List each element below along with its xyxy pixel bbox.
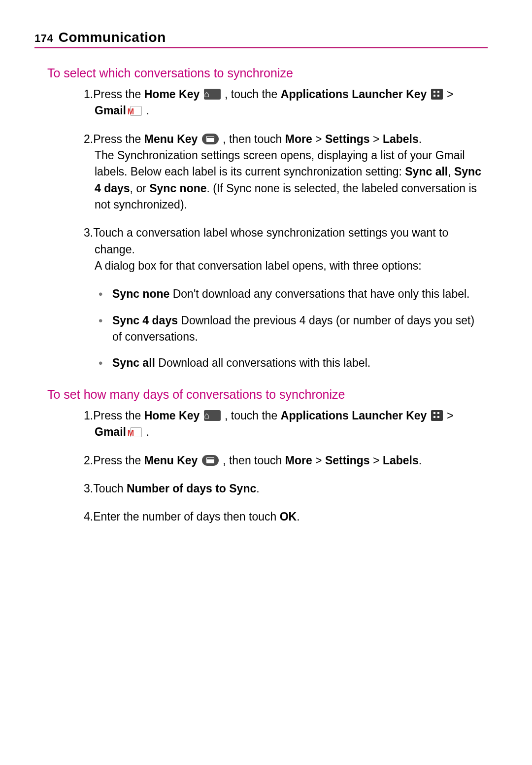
step-2: 2.Press the Menu Key , then touch More >… — [84, 131, 483, 213]
text: , touch the — [222, 409, 281, 422]
more-label: More — [285, 133, 312, 145]
steps-list-1: 1.Press the Home Key , touch the Applica… — [84, 86, 483, 274]
labels-label: Labels — [383, 454, 419, 467]
option-sync-all: Sync all Download all conversations with… — [99, 355, 483, 371]
dialog-description: A dialog box for that conversation label… — [95, 258, 422, 274]
text: , then touch — [220, 454, 285, 467]
page-number: 174 — [34, 32, 53, 44]
step-4b: 4.Enter the number of days then touch OK… — [84, 509, 483, 525]
step-2b: 2.Press the Menu Key , then touch More >… — [84, 452, 483, 469]
gmail-icon — [130, 427, 142, 437]
text: > — [370, 454, 383, 467]
settings-label: Settings — [325, 454, 370, 467]
option-label: Sync none — [112, 287, 169, 300]
num-days-label: Number of days to Sync — [127, 482, 256, 495]
text: > — [312, 454, 325, 467]
settings-label: Settings — [325, 133, 370, 145]
step-number: 1. — [84, 88, 93, 101]
gmail-label: Gmail — [95, 425, 126, 438]
menu-key-label: Menu Key — [144, 454, 198, 467]
ok-label: OK — [280, 510, 297, 523]
option-sync-4days: Sync 4 days Download the previous 4 days… — [99, 313, 483, 346]
text: . — [256, 482, 259, 495]
sync-description: The Synchronization settings screen open… — [95, 147, 483, 213]
apps-launcher-label: Applications Launcher Key — [281, 409, 427, 422]
text: > — [312, 133, 325, 145]
apps-launcher-icon — [431, 89, 443, 100]
menu-key-icon — [202, 455, 219, 466]
section-title-sync-select: To select which conversations to synchro… — [47, 66, 488, 80]
text: > — [444, 88, 454, 101]
menu-key-icon — [202, 134, 219, 144]
gmail-label: Gmail — [95, 104, 126, 117]
labels-label: Labels — [383, 133, 419, 145]
text: , touch the — [222, 88, 281, 101]
text: Press the — [93, 409, 144, 422]
text: . — [143, 425, 149, 438]
text: > — [370, 133, 383, 145]
text: Touch — [93, 482, 127, 495]
text: Enter the number of days then touch — [93, 510, 279, 523]
steps-list-2: 1.Press the Home Key , touch the Applica… — [84, 408, 483, 525]
page-header: 174 Communication — [34, 30, 488, 48]
sync-options-list: Sync none Don't download any conversatio… — [99, 286, 483, 371]
text: > — [444, 409, 454, 422]
text: . — [419, 133, 422, 145]
text: Press the — [93, 454, 144, 467]
text: Press the — [93, 88, 144, 101]
home-key-icon — [204, 410, 221, 421]
text: . — [297, 510, 299, 523]
step-number: 2. — [84, 133, 93, 145]
home-key-icon — [204, 89, 221, 100]
gmail-icon — [130, 106, 142, 116]
chapter-title: Communication — [59, 30, 166, 45]
step-3b: 3.Touch Number of days to Sync. — [84, 481, 483, 497]
text: , then touch — [220, 133, 285, 145]
section-title-sync-days: To set how many days of conversations to… — [47, 387, 488, 402]
step-number: 2. — [84, 454, 93, 467]
step-number: 3. — [84, 482, 93, 495]
home-key-label: Home Key — [144, 409, 200, 422]
apps-launcher-label: Applications Launcher Key — [281, 88, 427, 101]
step-number: 4. — [84, 510, 93, 523]
more-label: More — [285, 454, 312, 467]
step-number: 3. — [84, 226, 93, 239]
step-number: 1. — [84, 409, 93, 422]
step-1: 1.Press the Home Key , touch the Applica… — [84, 86, 483, 119]
menu-key-label: Menu Key — [144, 133, 198, 145]
home-key-label: Home Key — [144, 88, 200, 101]
text: Touch a conversation label whose synchro… — [93, 226, 448, 255]
step-1b: 1.Press the Home Key , touch the Applica… — [84, 408, 483, 441]
option-label: Sync all — [112, 356, 155, 369]
option-text: Don't download any conversations that ha… — [169, 287, 469, 300]
apps-launcher-icon — [431, 410, 443, 421]
page: 174 Communication To select which conver… — [0, 0, 532, 567]
option-text: Download all conversations with this lab… — [155, 356, 370, 369]
option-label: Sync 4 days — [112, 314, 178, 327]
step-3: 3.Touch a conversation label whose synch… — [84, 225, 483, 274]
text: . — [143, 104, 149, 117]
text: . — [419, 454, 422, 467]
text: Press the — [93, 133, 144, 145]
option-sync-none: Sync none Don't download any conversatio… — [99, 286, 483, 302]
